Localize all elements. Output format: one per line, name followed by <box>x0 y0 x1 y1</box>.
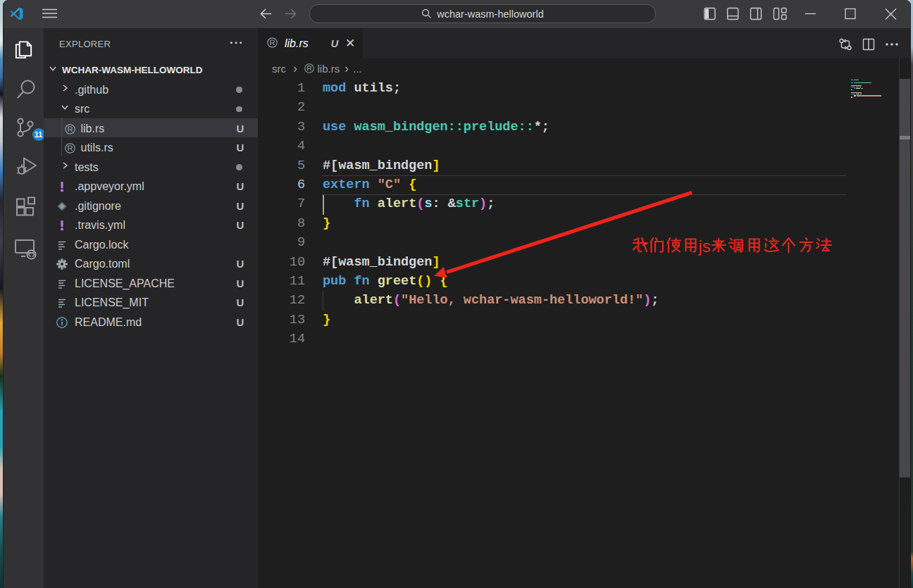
svg-text:js: js <box>698 237 711 256</box>
